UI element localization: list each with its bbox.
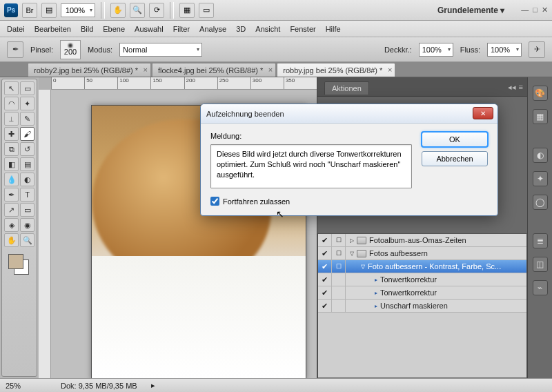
action-checkbox[interactable]: ✔ [318,300,332,312]
message-textarea[interactable]: Dieses Bild wird jetzt durch diverse Ton… [210,144,412,188]
menu-ansicht[interactable]: Ansicht [255,25,280,33]
pen-tool[interactable]: ✒ [4,188,19,202]
lasso-tool[interactable]: ◠ [4,97,19,110]
close-window-button[interactable]: ✕ [542,6,548,14]
action-checkbox[interactable]: ✔ [318,260,332,273]
zoom-level[interactable]: 25% [6,382,47,390]
menu-hilfe[interactable]: Hilfe [326,25,341,33]
menu-auswahl[interactable]: Auswahl [135,25,164,33]
paths-panel-icon[interactable]: ⌁ [533,280,548,295]
cancel-button[interactable]: Abbrechen [422,151,488,166]
action-checkbox[interactable]: ✔ [318,234,332,246]
menu-fenster[interactable]: Fenster [290,25,315,33]
gradient-tool[interactable]: ▤ [20,157,34,171]
menu-datei[interactable]: Datei [7,25,25,33]
action-row[interactable]: ✔ ▸Tonwertkorrektur [318,286,526,300]
opacity-field[interactable]: 100% [419,43,453,57]
action-dialog-toggle[interactable]: ☐ [332,260,346,273]
action-dialog-toggle[interactable] [332,300,346,312]
foreground-color-swatch[interactable] [8,254,23,269]
maximize-button[interactable]: □ [533,6,538,14]
allow-continue-checkbox[interactable]: Fortfahren zulassen [210,197,412,206]
action-dialog-toggle[interactable] [332,273,346,286]
allow-continue-input[interactable] [210,197,219,206]
chevron-right-icon[interactable]: ▸ [151,381,155,390]
type-tool[interactable]: T [20,188,34,202]
channels-panel-icon[interactable]: ◫ [533,257,548,272]
rotate-view-button[interactable]: ⟳ [149,3,164,18]
menu-analyse[interactable]: Analyse [199,25,226,33]
blur-tool[interactable]: 💧 [4,173,19,186]
camera-tool[interactable]: ◉ [20,218,34,232]
zoom-tool[interactable]: 🔍 [20,233,34,247]
chevron-down-icon[interactable]: ▽ [361,264,365,270]
menu-filter[interactable]: Filter [173,25,190,33]
heal-tool[interactable]: ✚ [4,127,19,141]
menu-ebene[interactable]: Ebene [103,25,125,33]
arrange-docs-button[interactable]: ▦ [179,3,195,18]
path-tool[interactable]: ↗ [4,203,19,217]
close-icon[interactable]: × [388,66,392,74]
wand-tool[interactable]: ✦ [20,97,34,110]
bridge-button[interactable]: Br [22,3,37,18]
menu-3d[interactable]: 3D [236,25,246,33]
panel-menu-icon[interactable]: ≡ [519,83,523,92]
chevron-down-icon[interactable]: ▽ [350,251,354,257]
color-swatches[interactable] [4,253,34,277]
action-checkbox[interactable]: ✔ [318,273,332,286]
dialog-titlebar[interactable]: Aufzeichnung beenden ✕ [201,104,497,124]
minimize-button[interactable]: — [521,6,529,14]
chevron-right-icon[interactable]: ▷ [350,237,354,244]
action-dialog-toggle[interactable] [332,286,346,299]
3d-tool[interactable]: ◈ [4,218,19,232]
actions-tab[interactable]: Aktionen [324,81,369,95]
eyedropper-tool[interactable]: ✎ [20,112,34,126]
action-checkbox[interactable]: ✔ [318,247,332,259]
action-dialog-toggle[interactable]: ☐ [332,247,346,259]
marquee-tool[interactable]: ▭ [20,81,34,95]
action-row[interactable]: ✔ ▸Tonwertkorrektur [318,273,526,286]
view-zoom-select[interactable]: 100% [61,3,95,17]
blend-mode-select[interactable]: Normal [119,43,202,57]
document-tab[interactable]: flocke4.jpg bei 25% (RGB/8#) *× [152,63,276,77]
brush-preset-picker[interactable]: 200 [60,40,81,59]
document-tab-active[interactable]: robby.jpg bei 25% (RGB/8#) *× [277,63,395,77]
adjustments-panel-icon[interactable]: ◐ [533,148,548,163]
zoom-tool-button[interactable]: 🔍 [130,3,145,18]
brush-tool[interactable]: 🖌 [20,127,34,141]
workspace-selector[interactable]: Grundelemente ▾ [437,6,511,15]
move-tool[interactable]: ↖ [4,81,19,95]
airbrush-toggle[interactable]: ✈ [529,41,545,58]
screen-mode-button[interactable]: ▭ [199,3,214,18]
close-icon[interactable]: × [144,66,148,74]
history-button[interactable]: ▤ [41,3,57,18]
hand-tool-button[interactable]: ✋ [110,3,126,18]
close-icon[interactable]: × [268,66,273,74]
action-row[interactable]: ✔ ▸Unscharf maskieren [318,300,526,313]
ok-button[interactable]: OK [422,132,488,147]
current-tool-icon[interactable]: ✒ [7,41,23,58]
document-tab[interactable]: robby2.jpg bei 25% (RGB/8#) *× [28,63,151,77]
crop-tool[interactable]: ⟂ [4,112,19,126]
masks-panel-icon[interactable]: ◯ [533,195,548,210]
flow-field[interactable]: 100% [487,43,522,57]
action-dialog-toggle[interactable]: ☐ [332,234,346,246]
action-checkbox[interactable]: ✔ [318,286,332,299]
swatches-panel-icon[interactable]: ▦ [533,109,548,124]
panel-collapse-icon[interactable]: ◂◂ [508,83,516,92]
action-row[interactable]: ✔☐ ▽Fotos aufbessern [318,247,526,260]
hand-tool[interactable]: ✋ [4,233,19,247]
shape-tool[interactable]: ▭ [20,203,34,217]
styles-panel-icon[interactable]: ✦ [533,171,548,186]
dialog-close-button[interactable]: ✕ [473,107,493,119]
menu-bearbeiten[interactable]: Bearbeiten [34,25,71,33]
history-brush-tool[interactable]: ↺ [20,142,34,156]
eraser-tool[interactable]: ◧ [4,157,19,171]
stamp-tool[interactable]: ⧉ [4,142,19,156]
color-panel-icon[interactable]: 🎨 [533,86,548,101]
menu-bild[interactable]: Bild [81,25,93,33]
dodge-tool[interactable]: ◐ [20,173,34,186]
action-row[interactable]: ✔☐ ▷Fotoalbum-aus-Omas-Zeiten [318,234,526,247]
layers-panel-icon[interactable]: ≣ [533,233,548,248]
action-row-selected[interactable]: ✔☐ ▽Foto aufbessern - Kontrast, Farbe, S… [318,260,526,273]
